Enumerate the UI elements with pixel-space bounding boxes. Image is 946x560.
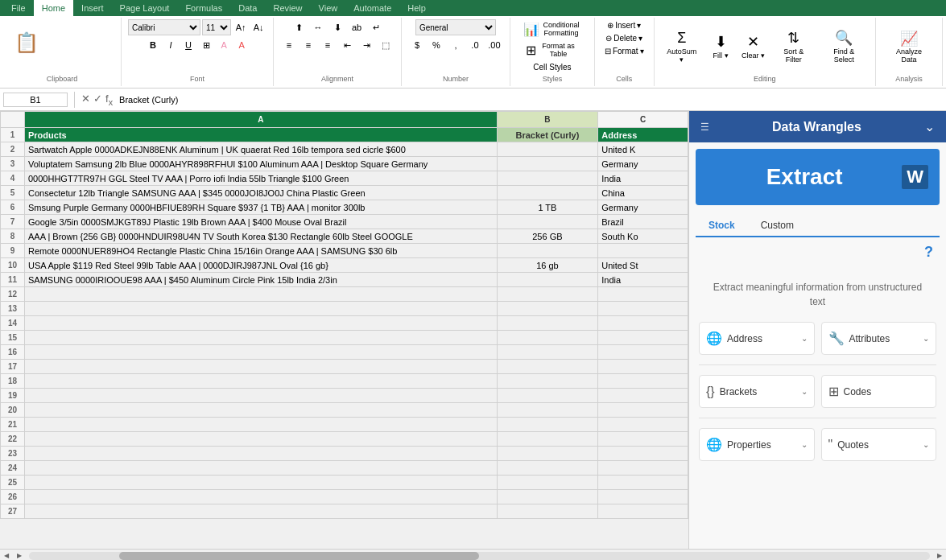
cell-c12[interactable] [598,287,688,302]
paste-button[interactable]: 📋 Paste [10,31,43,62]
cell-a1[interactable]: Products [25,128,498,142]
clear-button[interactable]: ✕ Clear ▾ [738,30,768,63]
cell-b15[interactable] [497,331,598,345]
cell-c2[interactable]: United K [598,142,688,157]
cell-a7[interactable]: Google 3/5in 0000SMJKGT89J Plastic 19lb … [25,215,498,229]
feature-codes[interactable]: ⊞ Codes [821,375,937,408]
cell-b27[interactable] [497,504,598,519]
feature-attributes[interactable]: 🔧 Attributes ⌄ [821,322,937,355]
panel-tab-stock[interactable]: Stock [696,215,748,237]
horizontal-scrollbar[interactable] [29,552,930,560]
cell-a12[interactable] [25,287,498,302]
increase-font-button[interactable]: A↑ [233,19,249,35]
tab-automate[interactable]: Automate [345,0,399,16]
cancel-formula-icon[interactable]: ✕ [81,93,90,107]
scroll-end-arrow[interactable]: ▶ [933,550,946,561]
cell-c10[interactable]: United St [598,258,688,273]
cell-c11[interactable]: India [598,273,688,287]
fill-button[interactable]: ⬇ Fill ▾ [706,30,735,63]
cell-a3[interactable]: Voluptatem Samsung 2lb Blue 0000AHYR898R… [25,157,498,171]
decrease-decimal-button[interactable]: .0 [466,37,484,53]
cell-c27[interactable] [598,504,688,519]
cell-a27[interactable] [25,504,498,519]
col-header-a[interactable]: A [25,112,498,128]
tab-page-layout[interactable]: Page Layout [112,0,178,16]
cell-c16[interactable] [598,345,688,360]
italic-button[interactable]: I [163,37,179,53]
cell-a4[interactable]: 0000HHGT7TR97H GGL Steel TV AAA | Porro … [25,171,498,186]
cell-a25[interactable] [25,476,498,490]
cell-b23[interactable] [497,447,598,461]
cell-b3[interactable] [497,157,598,171]
scroll-left-arrow[interactable]: ◀ [0,550,13,561]
cell-c13[interactable] [598,302,688,316]
cell-c23[interactable] [598,447,688,461]
cell-a16[interactable] [25,345,498,360]
align-left-button[interactable]: ≡ [280,37,298,53]
cell-c5[interactable]: China [598,186,688,200]
sort-filter-button[interactable]: ⇅ Sort & Filter [771,26,816,67]
cell-b16[interactable] [497,345,598,360]
increase-indent-button[interactable]: ⇥ [357,37,375,53]
align-top-button[interactable]: ⬆ [290,19,308,35]
tab-home[interactable]: Home [34,0,73,16]
font-size-select[interactable]: 11 [202,19,231,35]
tab-view[interactable]: View [311,0,346,16]
cell-b7[interactable] [497,215,598,229]
number-format-select[interactable]: General Number Currency [415,19,496,35]
cell-a24[interactable] [25,461,498,476]
cell-c8[interactable]: South Ko [598,229,688,244]
cell-a10[interactable]: USA Apple $119 Red Steel 99lb Table AAA … [25,258,498,273]
feature-brackets[interactable]: {} Brackets ⌄ [699,375,815,408]
align-center-button[interactable]: ≡ [299,37,317,53]
font-color-button[interactable]: A [233,37,250,53]
cell-c9[interactable] [598,244,688,258]
cell-b14[interactable] [497,316,598,331]
cell-b18[interactable] [497,374,598,389]
extract-box[interactable]: Extract W [696,149,940,205]
cell-c24[interactable] [598,461,688,476]
cell-b6[interactable]: 1 TB [497,200,598,215]
cell-c15[interactable] [598,331,688,345]
tab-file[interactable]: File [3,0,34,16]
cell-a15[interactable] [25,331,498,345]
cell-b8[interactable]: 256 GB [497,229,598,244]
decrease-font-button[interactable]: A↓ [250,19,266,35]
cell-b11[interactable] [497,273,598,287]
wrap-text-button[interactable]: ↵ [367,19,385,35]
cell-a22[interactable] [25,432,498,447]
tab-help[interactable]: Help [399,0,434,16]
tab-insert[interactable]: Insert [73,0,112,16]
cell-c7[interactable]: Brazil [598,215,688,229]
tab-data[interactable]: Data [230,0,265,16]
cell-b2[interactable] [497,142,598,157]
cell-a11[interactable]: SAMSUNG 0000IRIOOUE98 AAA | $450 Aluminu… [25,273,498,287]
cell-styles-button[interactable]: Cell Styles [527,61,577,73]
cell-c26[interactable] [598,490,688,504]
cell-c19[interactable] [598,389,688,403]
cell-c21[interactable] [598,418,688,432]
cell-a13[interactable] [25,302,498,316]
format-cells-button[interactable]: ⊟ Format ▾ [601,45,647,57]
cell-a21[interactable] [25,418,498,432]
bold-button[interactable]: B [145,37,161,53]
cell-c14[interactable] [598,316,688,331]
percent-button[interactable]: % [428,37,445,53]
cell-c3[interactable]: Germany [598,157,688,171]
underline-button[interactable]: U [180,37,196,53]
align-middle-button[interactable]: ↔ [309,19,327,35]
align-right-button[interactable]: ≡ [319,37,337,53]
fill-color-button[interactable]: A [216,37,232,53]
cell-c22[interactable] [598,432,688,447]
merge-button[interactable]: ⬚ [377,37,395,53]
cell-a2[interactable]: Sartwatch Apple 0000ADKEJN88ENK Aluminum… [25,142,498,157]
sheet-table-wrapper[interactable]: A B C 1ProductsBracket (Curly)Address2Sa… [0,111,688,549]
border-button[interactable]: ⊞ [198,37,214,53]
cell-b17[interactable] [497,360,598,374]
increase-decimal-button[interactable]: .00 [485,37,503,53]
cell-a20[interactable] [25,403,498,418]
confirm-formula-icon[interactable]: ✓ [93,93,102,107]
cell-c20[interactable] [598,403,688,418]
cell-b20[interactable] [497,403,598,418]
panel-collapse-button[interactable]: ⌄ [924,119,935,134]
